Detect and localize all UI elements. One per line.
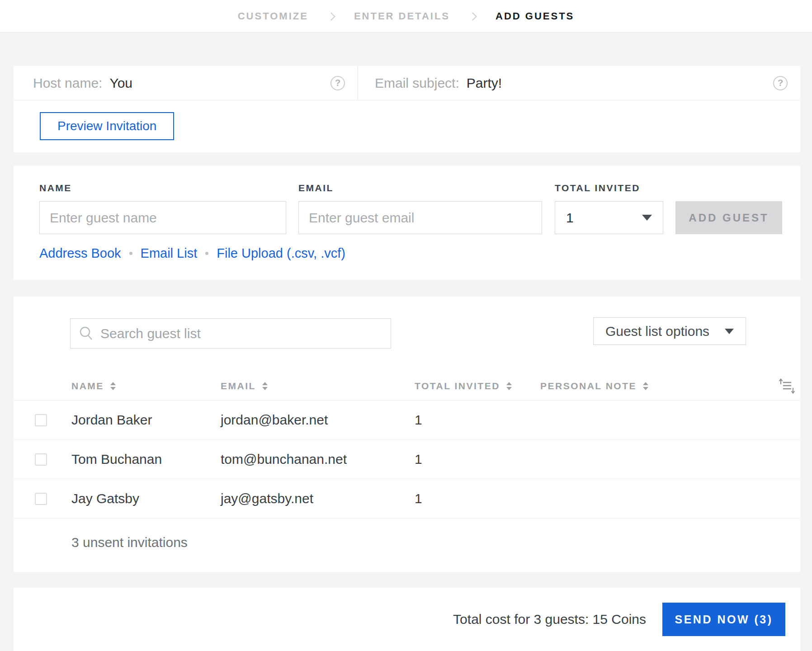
preview-invitation-button[interactable]: Preview Invitation xyxy=(40,112,174,140)
add-guests-page: CUSTOMIZE ENTER DETAILS ADD GUESTS Host … xyxy=(0,0,812,651)
column-header-total-invited[interactable]: TOTAL INVITED xyxy=(415,381,540,392)
table-row: Jay Gatsby jay@gatsby.net 1 xyxy=(14,479,800,519)
guest-name-label: NAME xyxy=(39,183,298,193)
caret-down-icon xyxy=(725,329,734,334)
reorder-icon[interactable] xyxy=(778,377,796,395)
add-guest-button[interactable]: ADD GUEST xyxy=(675,201,782,234)
guest-name-cell: Jordan Baker xyxy=(71,412,221,428)
host-name-input[interactable] xyxy=(109,75,330,91)
details-fields-row: Host name: ? Email subject: ? xyxy=(14,66,800,100)
guest-invited-cell: 1 xyxy=(415,452,540,467)
add-guest-panel: NAME EMAIL TOTAL INVITED 1 ADD GUEST Add… xyxy=(14,165,800,280)
guest-email-cell: tom@bunchanan.net xyxy=(221,452,415,467)
separator-dot-icon xyxy=(129,252,132,255)
total-cost-text: Total cost for 3 guests: 15 Coins xyxy=(453,612,646,627)
row-checkbox[interactable] xyxy=(35,493,47,505)
total-invited-value: 1 xyxy=(566,210,642,226)
guest-email-cell: jay@gatsby.net xyxy=(221,491,415,506)
column-header-email[interactable]: EMAIL xyxy=(221,381,415,392)
chevron-right-icon xyxy=(468,12,477,20)
guest-table-body: Jordan Baker jordan@baker.net 1 Tom Buch… xyxy=(14,401,800,550)
breadcrumb-step-customize[interactable]: CUSTOMIZE xyxy=(238,10,308,22)
column-header-personal-note[interactable]: PERSONAL NOTE xyxy=(540,381,766,392)
breadcrumb-step-enter-details[interactable]: ENTER DETAILS xyxy=(354,10,450,22)
guest-email-cell: jordan@baker.net xyxy=(221,412,415,428)
sort-arrows-icon xyxy=(110,382,116,390)
email-subject-label: Email subject: xyxy=(375,75,459,91)
guest-list-panel: Guest list options NAME EMAIL TOTAL INVI… xyxy=(14,297,800,572)
guest-invited-cell: 1 xyxy=(415,491,540,506)
sort-arrows-icon xyxy=(643,382,648,390)
sort-arrows-icon xyxy=(262,382,268,390)
email-subject-input[interactable] xyxy=(467,75,773,91)
separator-dot-icon xyxy=(205,252,208,255)
help-icon[interactable]: ? xyxy=(773,76,788,90)
send-footer-panel: Total cost for 3 guests: 15 Coins SEND N… xyxy=(14,588,800,651)
invitation-details-panel: Host name: ? Email subject: ? Preview In… xyxy=(14,66,800,152)
guest-invited-cell: 1 xyxy=(415,412,540,428)
guest-name-cell: Jay Gatsby xyxy=(71,491,221,506)
send-now-button[interactable]: SEND NOW (3) xyxy=(662,603,785,636)
guest-email-label: EMAIL xyxy=(298,183,555,193)
chevron-right-icon xyxy=(327,12,335,20)
total-invited-label: TOTAL INVITED xyxy=(555,183,675,193)
guest-name-cell: Tom Buchanan xyxy=(71,452,221,467)
email-subject-field: Email subject: ? xyxy=(358,66,800,100)
guest-email-input[interactable] xyxy=(298,201,542,234)
guest-email-group: EMAIL xyxy=(298,183,555,234)
email-list-link[interactable]: Email List xyxy=(141,246,198,261)
breadcrumb-step-add-guests[interactable]: ADD GUESTS xyxy=(496,10,574,22)
address-book-link[interactable]: Address Book xyxy=(39,246,121,261)
host-name-label: Host name: xyxy=(33,75,102,91)
table-row: Jordan Baker jordan@baker.net 1 xyxy=(14,401,800,440)
guest-table-header: NAME EMAIL TOTAL INVITED PERSONAL NOTE xyxy=(14,372,800,401)
unsent-invitations-note: 3 unsent invitations xyxy=(14,519,800,550)
guest-name-input[interactable] xyxy=(39,201,286,234)
preview-row: Preview Invitation xyxy=(14,100,800,152)
guest-name-group: NAME xyxy=(39,183,298,234)
total-invited-select[interactable]: 1 xyxy=(555,201,663,234)
sort-arrows-icon xyxy=(506,382,512,390)
help-icon[interactable]: ? xyxy=(330,76,345,90)
host-name-field: Host name: ? xyxy=(14,66,358,100)
row-checkbox[interactable] xyxy=(35,414,47,426)
search-icon xyxy=(79,326,94,341)
add-guest-form-row: NAME EMAIL TOTAL INVITED 1 ADD GUEST xyxy=(14,165,800,234)
guest-list-search xyxy=(70,318,391,349)
table-row: Tom Buchanan tom@bunchanan.net 1 xyxy=(14,440,800,479)
column-header-name[interactable]: NAME xyxy=(71,381,221,392)
row-checkbox[interactable] xyxy=(35,453,47,466)
guest-list-options-button[interactable]: Guest list options xyxy=(593,317,746,345)
breadcrumb: CUSTOMIZE ENTER DETAILS ADD GUESTS xyxy=(0,0,812,33)
guest-list-options-label: Guest list options xyxy=(605,324,725,339)
search-input[interactable] xyxy=(100,326,382,341)
caret-down-icon xyxy=(642,215,652,221)
import-links-row: Address Book Email List File Upload (.cs… xyxy=(39,246,800,261)
file-upload-link[interactable]: File Upload (.csv, .vcf) xyxy=(217,246,345,261)
total-invited-group: TOTAL INVITED 1 xyxy=(555,183,675,234)
